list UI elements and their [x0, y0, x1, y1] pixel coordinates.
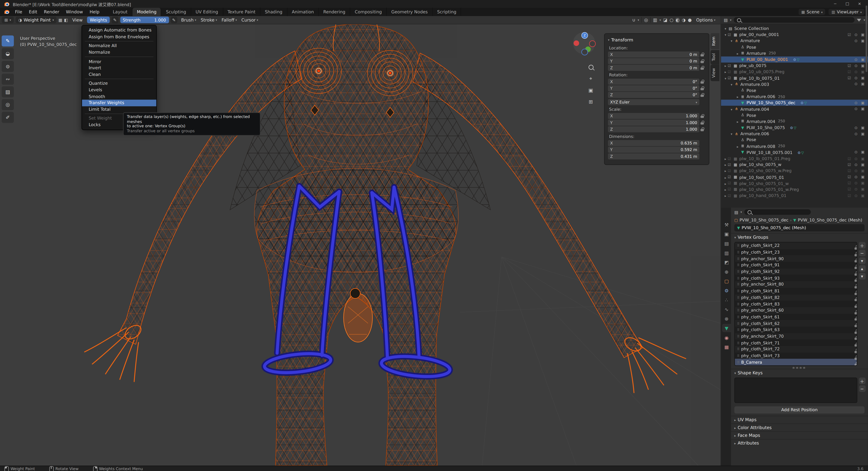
weights-menu-item[interactable]: Limit Total — [82, 106, 156, 112]
vertex-group-row[interactable]: phy_anchor_Skirt_90 — [735, 256, 857, 262]
visibility-icons[interactable] — [847, 175, 868, 179]
outliner-row[interactable]: Armature.006 — [721, 131, 868, 137]
breadcrumb-data[interactable]: PVW_10_Sho_0075_dec (Mesh) — [798, 217, 862, 223]
visibility-icons[interactable] — [847, 157, 868, 161]
location-field[interactable]: Y0 m — [608, 58, 699, 64]
outliner-row[interactable]: plw_ub_0075 — [721, 63, 868, 69]
menubar-item[interactable]: File — [11, 8, 25, 16]
visibility-icons[interactable] — [847, 163, 868, 167]
weights-menu-item[interactable]: Normalize All — [82, 43, 156, 49]
vertex-group-row[interactable]: phy_cloth_Skirt_92 — [735, 268, 857, 275]
shading-wireframe-icon[interactable]: ○ — [670, 18, 674, 23]
collection-checkbox-icon[interactable] — [728, 63, 733, 68]
editor-type-icon[interactable]: ▤ — [734, 209, 738, 214]
tool-button[interactable] — [2, 86, 14, 97]
expand-caret-icon[interactable] — [729, 82, 734, 86]
weights-menu-item[interactable] — [82, 56, 156, 58]
rotation-field[interactable]: X0° — [608, 78, 699, 85]
visibility-icons[interactable] — [855, 101, 868, 105]
visibility-icons[interactable] — [855, 82, 868, 87]
axis-neg-x-dot[interactable] — [589, 40, 596, 47]
weights-menu-item[interactable]: Clean — [82, 71, 156, 77]
scale-field[interactable]: X1.000 — [608, 113, 699, 119]
lock-icon[interactable] — [699, 121, 706, 125]
move-down-button[interactable]: ▾ — [859, 273, 865, 279]
tool-button[interactable] — [2, 48, 14, 59]
outliner-row[interactable]: Pose — [721, 112, 868, 118]
outliner-row[interactable]: Armature 250 — [721, 50, 868, 56]
vertex-group-row[interactable]: phy_cloth_Skirt_22 — [735, 242, 857, 249]
options-dropdown[interactable]: Options▾ — [694, 18, 718, 23]
filter-icon[interactable] — [857, 19, 861, 21]
collapsed-panel-header[interactable]: ▸ Face Maps — [731, 431, 868, 439]
outliner-scrollbar[interactable] — [866, 5, 867, 72]
outliner-row[interactable]: plw_10_ub_0075.Preg — [721, 69, 868, 75]
expand-caret-icon[interactable] — [729, 39, 734, 43]
menubar-item[interactable]: Window — [63, 8, 86, 16]
header-dropdown[interactable]: Brush▾ — [179, 18, 198, 23]
camera-view-icon[interactable]: ▣ — [586, 86, 595, 94]
properties-search-input[interactable] — [744, 209, 811, 215]
visibility-icons[interactable] — [855, 150, 868, 155]
navigation-gizmo[interactable]: Z — [573, 32, 595, 54]
properties-tab-icon[interactable] — [722, 296, 731, 304]
expand-caret-icon[interactable] — [723, 27, 728, 31]
visibility-icons[interactable] — [855, 107, 868, 111]
outliner-row[interactable]: plw_10_hand_0075_01 — [721, 193, 868, 199]
vertex-group-row[interactable]: phy_cloth_Skirt_62 — [735, 320, 857, 327]
scale-field[interactable]: Z1.000 — [608, 126, 699, 132]
menubar-item[interactable]: Render — [40, 8, 63, 16]
header-dropdown[interactable]: Cursor▾ — [239, 18, 260, 23]
vertex-group-row[interactable]: phy_cloth_Skirt_91 — [735, 262, 857, 268]
vertex-group-row[interactable]: phy_cloth_Skirt_61 — [735, 314, 857, 320]
weights-menu-item[interactable] — [82, 40, 156, 42]
workspace-tab[interactable]: Scripting — [433, 8, 461, 16]
workspace-tab[interactable]: Layout — [108, 8, 132, 16]
expand-caret-icon[interactable] — [723, 169, 728, 173]
weights-menu-button[interactable]: Weights — [87, 16, 110, 23]
outliner-row[interactable]: plw_10_sho_0075_w — [721, 162, 868, 168]
visibility-icons[interactable] — [847, 33, 868, 37]
scene-selector[interactable]: ▦ Scene ▾ — [798, 9, 826, 15]
vertex-group-row[interactable]: phy_anchor_Skirt_70 — [735, 333, 857, 340]
rotation-field[interactable]: Y0° — [608, 85, 699, 91]
outliner-row[interactable]: Pose — [721, 88, 868, 94]
workspace-tab[interactable]: Modeling — [132, 8, 161, 16]
weights-menu-item[interactable] — [82, 78, 156, 80]
outliner-row[interactable]: Armature.006 250 — [721, 94, 868, 100]
outliner-row[interactable]: plw_10_sho_0075_01_w.Preg — [721, 187, 868, 193]
properties-tab-icon[interactable] — [722, 286, 731, 295]
properties-tab-icon[interactable] — [722, 314, 731, 323]
expand-caret-icon[interactable] — [723, 175, 728, 179]
properties-tab-icon[interactable] — [722, 324, 731, 332]
outliner-row[interactable]: PVW_10_LB_0075.001 — [721, 149, 868, 155]
strength-slider[interactable]: Strength 1.000 — [120, 16, 169, 23]
outliner-row[interactable]: plw_00_nude_0001 — [721, 32, 868, 38]
add-rest-position-button[interactable]: Add Rest Position — [734, 406, 865, 413]
properties-tab-icon[interactable] — [722, 220, 731, 229]
workspace-tab[interactable]: Texture Paint — [223, 8, 260, 16]
collection-checkbox-icon[interactable] — [728, 181, 733, 186]
expand-caret-icon[interactable] — [723, 163, 728, 167]
tab-item[interactable]: Item — [710, 33, 719, 49]
outliner-row[interactable]: plw_10_foot_0075_01 — [721, 174, 868, 180]
shading-rendered-icon[interactable]: ● — [688, 18, 692, 23]
weights-menu-item[interactable]: Levels — [82, 87, 156, 93]
expand-caret-icon[interactable] — [723, 181, 728, 185]
visibility-icons[interactable] — [855, 126, 868, 130]
outliner-row[interactable]: Armature.004 — [721, 106, 868, 112]
lock-icon[interactable] — [699, 66, 706, 70]
axis-x-dot[interactable] — [574, 40, 579, 46]
tool-button[interactable] — [2, 99, 14, 110]
lock-icon[interactable] — [699, 80, 706, 83]
visibility-icons[interactable] — [847, 169, 868, 173]
blender-menu-icon[interactable] — [4, 10, 9, 14]
collection-checkbox-icon[interactable] — [728, 175, 733, 179]
outliner-row[interactable]: Pose — [721, 44, 868, 50]
zoom-icon[interactable] — [586, 63, 595, 71]
toggle-ortho-icon[interactable]: ⊞ — [586, 98, 595, 106]
expand-caret-icon[interactable] — [723, 188, 728, 192]
expand-caret-icon[interactable] — [723, 70, 728, 74]
expand-caret-icon[interactable] — [729, 107, 734, 111]
shading-material-icon[interactable]: ◑ — [682, 18, 685, 23]
